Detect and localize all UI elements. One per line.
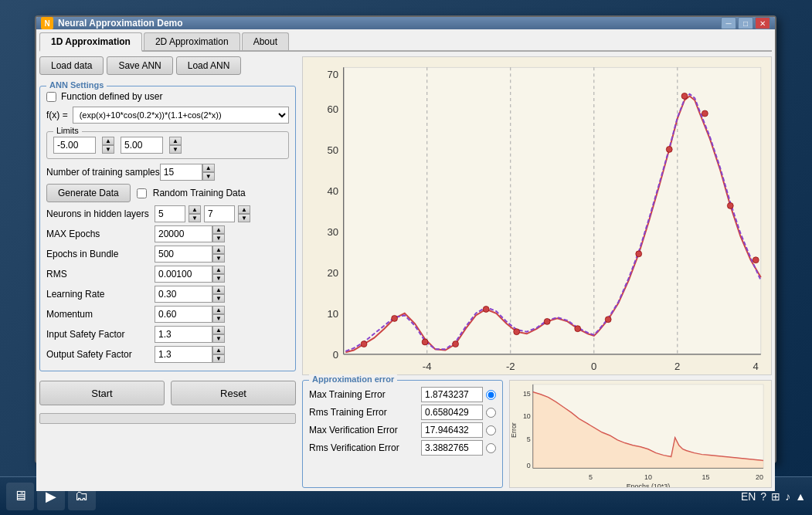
- rms-down[interactable]: ▼: [212, 274, 225, 283]
- neurons-label: Neurons in hidden layers: [46, 208, 155, 219]
- svg-text:30: 30: [327, 226, 338, 238]
- epochs-bundle-label: Epochs in Bundle: [46, 249, 155, 259]
- limit-min-down[interactable]: ▼: [102, 145, 114, 154]
- neurons-2-up[interactable]: ▲: [238, 205, 250, 214]
- output-safety-row: Output Safety Factor ▲ ▼: [46, 346, 289, 363]
- svg-text:70: 70: [327, 68, 338, 80]
- rms-verification-error-input[interactable]: [421, 440, 483, 456]
- output-safety-input[interactable]: [155, 346, 212, 363]
- limit-max-down[interactable]: ▼: [169, 145, 182, 154]
- epochs-bundle-down[interactable]: ▼: [212, 254, 225, 263]
- samples-down[interactable]: ▼: [202, 172, 215, 181]
- load-ann-button[interactable]: Load ANN: [176, 56, 242, 75]
- samples-up[interactable]: ▲: [202, 164, 215, 172]
- horizontal-scrollbar[interactable]: [39, 413, 296, 424]
- epochs-bundle-up[interactable]: ▲: [212, 246, 225, 254]
- max-verification-radio[interactable]: [486, 425, 496, 435]
- load-data-button[interactable]: Load data: [39, 56, 104, 75]
- generate-data-button[interactable]: Generate Data: [46, 184, 131, 202]
- svg-text:5: 5: [527, 435, 531, 443]
- rms-spin: ▲ ▼: [212, 266, 225, 283]
- random-training-label: Random Training Data: [153, 188, 246, 198]
- neurons-1-up[interactable]: ▲: [189, 205, 201, 214]
- svg-point-30: [636, 251, 642, 257]
- rms-training-error-label: Rms Training Error: [309, 407, 421, 418]
- random-training-checkbox[interactable]: [137, 188, 147, 198]
- input-safety-up[interactable]: ▲: [212, 326, 225, 334]
- minimize-button[interactable]: ─: [721, 17, 736, 29]
- taskbar-en-label: EN: [741, 490, 756, 503]
- max-epochs-up[interactable]: ▲: [212, 225, 225, 234]
- tab-about[interactable]: About: [242, 32, 289, 50]
- approximation-error-groupbox: Approximation error Max Training Error R…: [302, 380, 503, 488]
- learning-rate-up[interactable]: ▲: [212, 286, 225, 294]
- taskbar-sound-icon[interactable]: ♪: [785, 490, 790, 503]
- momentum-input[interactable]: [155, 306, 212, 323]
- svg-text:Error: Error: [510, 423, 518, 439]
- epochs-bundle-spin: ▲ ▼: [212, 246, 225, 263]
- limit-max-up[interactable]: ▲: [169, 137, 182, 145]
- limit-min-up[interactable]: ▲: [102, 137, 114, 145]
- momentum-down[interactable]: ▼: [212, 314, 225, 323]
- input-safety-down[interactable]: ▼: [212, 334, 225, 343]
- top-buttons-row: Load data Save ANN Load ANN: [39, 56, 296, 75]
- taskbar-arrow-icon[interactable]: ▲: [795, 490, 806, 503]
- samples-spin: ▲ ▼: [202, 164, 215, 181]
- samples-input[interactable]: [160, 164, 202, 181]
- left-panel: Load data Save ANN Load ANN ANN Settings…: [39, 56, 296, 488]
- hidden-layers-inputs: ▲ ▼ ▲ ▼: [155, 205, 250, 222]
- neurons-spin-1: ▲ ▼: [189, 205, 201, 222]
- taskbar-sys-icons: EN ? ⊞ ♪ ▲: [741, 490, 806, 503]
- fx-row: f(x) = (exp(x)+10*cos(0.2*x))*(1.1+cos(2…: [46, 107, 289, 124]
- max-epochs-input[interactable]: [155, 225, 212, 242]
- bottom-section: Approximation error Max Training Error R…: [302, 380, 772, 488]
- momentum-up[interactable]: ▲: [212, 306, 225, 314]
- max-epochs-down[interactable]: ▼: [212, 234, 225, 242]
- limit-max-input[interactable]: [121, 137, 163, 154]
- limit-min-input[interactable]: [53, 137, 96, 154]
- tab-1d-approximation[interactable]: 1D Approximation: [39, 32, 142, 52]
- learning-rate-down[interactable]: ▼: [212, 294, 225, 303]
- taskbar-icon-1[interactable]: 🖥: [6, 483, 34, 510]
- samples-label: Number of training samples: [46, 167, 160, 178]
- tab-2d-approximation[interactable]: 2D Approximation: [144, 32, 240, 50]
- close-button[interactable]: ✕: [755, 17, 770, 29]
- svg-text:-2: -2: [506, 361, 515, 372]
- output-safety-down[interactable]: ▼: [212, 354, 225, 363]
- max-training-radio[interactable]: [486, 390, 496, 400]
- rms-up[interactable]: ▲: [212, 266, 225, 274]
- epochs-bundle-input[interactable]: [155, 246, 212, 263]
- ann-settings-groupbox: ANN Settings Function defined by user f(…: [39, 86, 296, 371]
- rms-verification-radio[interactable]: [486, 443, 496, 453]
- taskbar-windows-icon[interactable]: ⊞: [771, 490, 780, 503]
- rms-training-radio[interactable]: [486, 408, 496, 418]
- maximize-button[interactable]: □: [738, 17, 753, 29]
- output-safety-up[interactable]: ▲: [212, 346, 225, 354]
- svg-text:0: 0: [591, 361, 596, 372]
- error-chart-svg: 0 5 10 15 Error 5 10: [510, 381, 771, 487]
- save-ann-button[interactable]: Save ANN: [107, 56, 172, 75]
- svg-text:60: 60: [327, 103, 338, 115]
- fx-select[interactable]: (exp(x)+10*cos(0.2*x))*(1.1+cos(2*x)): [73, 107, 289, 124]
- momentum-label: Momentum: [46, 309, 155, 320]
- rms-training-error-input[interactable]: [421, 405, 483, 420]
- max-training-error-input[interactable]: [421, 387, 483, 402]
- neurons-1-down[interactable]: ▼: [189, 214, 201, 222]
- svg-point-26: [514, 329, 520, 335]
- limit-max-spin: ▲ ▼: [169, 137, 182, 154]
- svg-text:-4: -4: [423, 361, 432, 372]
- rms-container: ▲ ▼: [155, 266, 225, 283]
- neurons-input-1[interactable]: [155, 205, 185, 222]
- max-verification-error-input[interactable]: [421, 422, 483, 438]
- neurons-input-2[interactable]: [204, 205, 235, 222]
- function-defined-checkbox[interactable]: [46, 92, 56, 102]
- neurons-2-down[interactable]: ▼: [238, 214, 250, 222]
- learning-rate-input[interactable]: [155, 286, 212, 303]
- taskbar-help-icon[interactable]: ?: [760, 490, 766, 503]
- reset-button[interactable]: Reset: [171, 381, 296, 405]
- start-button[interactable]: Start: [39, 381, 165, 405]
- rms-input[interactable]: [155, 266, 212, 283]
- max-training-error-row: Max Training Error: [309, 387, 496, 402]
- input-safety-input[interactable]: [155, 326, 212, 343]
- svg-point-35: [753, 257, 759, 263]
